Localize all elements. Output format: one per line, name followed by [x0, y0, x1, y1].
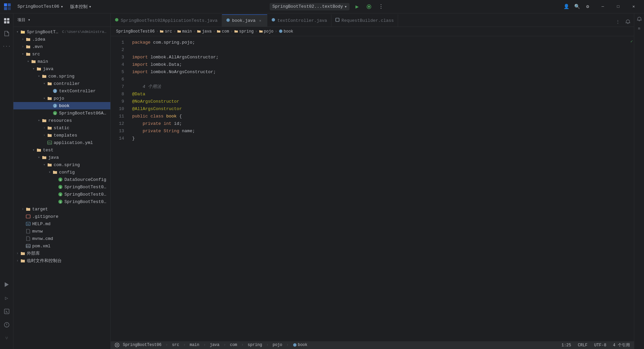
- activity-files[interactable]: [1, 28, 13, 40]
- sidebar-item-SpringBootTest06ApplicationTes[interactable]: S SpringBootTest06ApplicationTes: [13, 198, 110, 205]
- run-config[interactable]: SpringBootTest02...textBody ▾: [270, 3, 350, 10]
- status-crlf[interactable]: CRLF: [577, 343, 589, 348]
- tab-tab1[interactable]: SpringBootTest02ApplicationTests.java: [111, 14, 222, 27]
- tree-arrow-target[interactable]: ›: [20, 207, 25, 211]
- tree-arrow-resources[interactable]: ▾: [36, 118, 42, 122]
- sidebar-item-idea[interactable]: › .idea: [13, 36, 110, 43]
- sidebar-item-static[interactable]: › static: [13, 124, 110, 132]
- tab-tab3[interactable]: textController.java: [267, 14, 331, 27]
- sidebar-item-pojo[interactable]: ▾ pojo: [13, 95, 110, 102]
- tree-arrow-config[interactable]: ▾: [47, 170, 52, 174]
- notifications-button[interactable]: [635, 15, 644, 23]
- more-button[interactable]: ⋮: [376, 2, 386, 11]
- activity-problems[interactable]: [1, 319, 13, 331]
- sidebar-item-mvnw.cmd[interactable]: mvnw.cmd: [13, 235, 110, 242]
- project-selector[interactable]: SpringBootTest06 ▾: [15, 3, 66, 11]
- sidebar-content[interactable]: ▾ SpringBootTest06 C:\Users\Administrato…: [13, 27, 110, 349]
- status-main[interactable]: main: [188, 343, 201, 347]
- activity-run[interactable]: [1, 279, 13, 291]
- sidebar-item-springboottest06[interactable]: ▾ SpringBootTest06 C:\Users\Administrato…: [13, 28, 110, 36]
- status-pojo[interactable]: pojo: [271, 343, 284, 347]
- status-book[interactable]: book: [291, 343, 309, 347]
- status-project[interactable]: SpringBootTest06: [113, 343, 163, 347]
- activity-more[interactable]: ···: [1, 40, 13, 52]
- tree-arrow-test[interactable]: ▾: [31, 148, 36, 152]
- sidebar-item-SpringBootTest02ApplicationTes[interactable]: S SpringBootTest02ApplicationTes: [13, 191, 110, 198]
- status-src[interactable]: src: [171, 343, 181, 347]
- tree-arrow-java[interactable]: ▾: [31, 67, 36, 71]
- sidebar-item-java[interactable]: ▾ java: [13, 65, 110, 72]
- sidebar-item-test-com.spring[interactable]: ▾ com.spring: [13, 161, 110, 168]
- sidebar-item-SpringBootTest01ApplicationTes[interactable]: S SpringBootTest01ApplicationTes: [13, 183, 110, 191]
- activity-git[interactable]: ⑂: [1, 332, 13, 344]
- tab-notifications-button[interactable]: [623, 17, 633, 27]
- sidebar-item-target[interactable]: › target: [13, 205, 110, 213]
- version-control[interactable]: 版本控制 ▾: [67, 2, 94, 11]
- sidebar-item-config[interactable]: ▾ config: [13, 168, 110, 176]
- sidebar-item-book[interactable]: J book: [13, 102, 110, 109]
- sidebar-item-templates[interactable]: › templates: [13, 132, 110, 139]
- breadcrumb-item-main[interactable]: main: [177, 29, 192, 34]
- tree-arrow-springboottest06[interactable]: ▾: [15, 30, 20, 34]
- sidebar-item-com.spring[interactable]: ▾ com.spring: [13, 72, 110, 80]
- tree-arrow-test-com.spring[interactable]: ▾: [42, 163, 47, 167]
- sidebar-item-main[interactable]: ▾ main: [13, 58, 110, 65]
- debug-button[interactable]: [364, 2, 374, 11]
- sidebar-item-HELP.md[interactable]: MD HELP.md: [13, 220, 110, 228]
- breadcrumb-item-com[interactable]: com: [217, 29, 229, 34]
- status-encoding[interactable]: UTF-8: [593, 343, 608, 348]
- activity-terminal[interactable]: [1, 305, 13, 317]
- tree-arrow-templates[interactable]: ›: [42, 134, 47, 137]
- profile-button[interactable]: 👤: [561, 2, 571, 11]
- sidebar-item-DataSourceConfig[interactable]: S DataSourceConfig: [13, 176, 110, 183]
- tree-arrow-main[interactable]: ▾: [25, 59, 31, 63]
- sidebar-item-external-libs[interactable]: › 外部库: [13, 250, 110, 257]
- status-usage-count[interactable]: 4 个引用: [612, 342, 631, 348]
- run-button[interactable]: ▶: [352, 2, 362, 11]
- search-button[interactable]: 🔍: [572, 2, 582, 11]
- maximize-button[interactable]: □: [610, 1, 626, 12]
- breadcrumb-item-pojo[interactable]: pojo: [259, 29, 274, 34]
- sidebar-item-src[interactable]: ▾ src: [13, 50, 110, 58]
- sidebar-item-pom.xml[interactable]: XML pom.xml: [13, 242, 110, 250]
- tree-arrow-test-java[interactable]: ▾: [36, 155, 42, 159]
- close-button[interactable]: ✕: [626, 1, 641, 12]
- breadcrumb-item-SpringBootTest06[interactable]: SpringBootTest06: [116, 29, 155, 34]
- sidebar-item-resources[interactable]: ▾ resources: [13, 117, 110, 124]
- activity-project[interactable]: [1, 15, 13, 27]
- breadcrumb-item-java[interactable]: java: [197, 29, 212, 34]
- tree-arrow-controller[interactable]: ▾: [42, 82, 47, 86]
- activity-debug[interactable]: ▷: [1, 292, 13, 304]
- sidebar-item-textController[interactable]: J textController: [13, 87, 110, 95]
- sidebar-item-.gitignore[interactable]: .gitignore: [13, 213, 110, 220]
- status-spring[interactable]: spring: [246, 343, 263, 347]
- tab-tab4[interactable]: RequestBuilder.class: [331, 14, 398, 27]
- tree-arrow-src[interactable]: ▾: [20, 52, 25, 56]
- status-com[interactable]: com: [228, 343, 238, 347]
- tab-tab2[interactable]: book.java ✕: [222, 14, 267, 27]
- sidebar-item-mvn[interactable]: › .mvn: [13, 43, 110, 50]
- status-java[interactable]: java: [208, 343, 221, 347]
- sidebar-item-mvnw[interactable]: mvnw: [13, 228, 110, 235]
- sidebar-item-application.yml[interactable]: YML application.yml: [13, 139, 110, 146]
- breadcrumb-item-spring[interactable]: spring: [234, 29, 254, 34]
- sidebar-item-test[interactable]: ▾ test: [13, 146, 110, 154]
- tree-arrow-com.spring[interactable]: ▾: [36, 74, 42, 78]
- sidebar-item-test-java[interactable]: ▾ java: [13, 154, 110, 161]
- tree-arrow-pojo[interactable]: ▾: [42, 96, 47, 100]
- tab-more-button[interactable]: ⋮: [613, 17, 623, 27]
- minimize-button[interactable]: ─: [595, 1, 610, 12]
- settings-button[interactable]: ⚙: [583, 2, 592, 11]
- sidebar-item-scratches[interactable]: › 临时文件和控制台: [13, 257, 110, 264]
- tree-arrow-idea[interactable]: ›: [20, 38, 25, 41]
- sidebar-header[interactable]: 项目 ▾: [13, 13, 110, 27]
- breadcrumb-item-book[interactable]: book: [279, 29, 293, 34]
- tree-arrow-external-libs[interactable]: ›: [15, 252, 20, 255]
- structure-button[interactable]: m: [635, 24, 644, 33]
- code-area[interactable]: package com.spring.pojo; import lombok.A…: [127, 36, 629, 341]
- tree-arrow-scratches[interactable]: ›: [15, 259, 20, 263]
- tab-close-tab2[interactable]: ✕: [258, 18, 263, 23]
- status-position[interactable]: 1:25: [560, 343, 573, 348]
- tree-arrow-mvn[interactable]: ›: [20, 45, 25, 49]
- sidebar-item-controller[interactable]: ▾ controller: [13, 80, 110, 87]
